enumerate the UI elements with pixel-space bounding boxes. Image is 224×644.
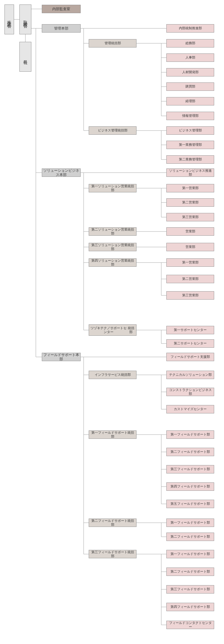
leaf-ops-mgmt1: 第一業務管理部 bbox=[166, 141, 214, 149]
node-admin-hq: 管理本部 bbox=[42, 24, 81, 33]
node-president: 社 長 bbox=[19, 42, 31, 72]
node-shareholders-meeting: 株主総会 bbox=[4, 4, 14, 34]
node-admin-general-div: 管理統括部 bbox=[89, 39, 136, 47]
node-field-support2-div: 第二フィールドサポート統括部 bbox=[89, 519, 136, 527]
leaf-hr-development: 人材開発部 bbox=[166, 68, 214, 76]
node-field-support1-div: 第一フィールドサポート統括部 bbox=[89, 430, 136, 439]
node-infra-service-div: インフラサービス統括部 bbox=[89, 371, 136, 379]
leaf-fs1-1: 第一フィールドサポート部 bbox=[166, 430, 214, 439]
leaf-fs1-2: 第二フィールドサポート部 bbox=[166, 448, 214, 456]
leaf-solution-biz-promo: ソリューションビジネス推進部 bbox=[166, 168, 214, 177]
leaf-purchasing: 購買部 bbox=[166, 82, 214, 91]
leaf-field-support-support: フィールドサポート支援部 bbox=[166, 353, 214, 361]
leaf-biz-mgmt: ビジネス管理部 bbox=[166, 126, 214, 135]
node-board-of-directors: 取締役会 bbox=[19, 4, 31, 34]
leaf-sol4-sales2: 第二営業部 bbox=[166, 275, 214, 283]
leaf-ops-mgmt2: 第二業務管理部 bbox=[166, 155, 214, 164]
leaf-sales1: 第一営業部 bbox=[166, 184, 214, 192]
leaf-general-affairs: 総務部 bbox=[166, 39, 214, 47]
leaf-fs1-5: 第五フィールドサポート部 bbox=[166, 500, 214, 508]
leaf-fs3-3: 第三フィールドサポート部 bbox=[166, 585, 214, 594]
leaf-construction-biz: コンストラクションビジネス部 bbox=[166, 388, 214, 396]
leaf-customize-center: カストマイズセンター bbox=[166, 405, 214, 413]
org-chart: 株主総会 取締役会 社 長 内部監査室 管理本部 ソリューションビジネス本部 フ… bbox=[0, 0, 224, 644]
leaf-fs1-3: 第三フィールドサポート部 bbox=[166, 465, 214, 473]
leaf-sales3: 第三営業部 bbox=[166, 213, 214, 221]
leaf-info-mgmt: 情報管理部 bbox=[166, 112, 214, 120]
leaf-sol2-sales: 営業部 bbox=[166, 227, 214, 236]
node-solution-hq: ソリューションビジネス本部 bbox=[42, 168, 81, 177]
leaf-fs3-2: 第二フィールドサポート部 bbox=[166, 568, 214, 576]
leaf-internal-control-promotion: 内部統制推進部 bbox=[166, 24, 214, 33]
node-internal-audit: 内部監査室 bbox=[42, 5, 81, 13]
tsuzuki-l2: 統括部 bbox=[127, 326, 135, 334]
leaf-fs2-2: 第二フィールドサポート部 bbox=[166, 533, 214, 541]
connector-lines bbox=[0, 0, 224, 644]
leaf-fs2-1: 第一フィールドサポート部 bbox=[166, 519, 214, 527]
node-solution4-div: 第四ソリューション営業統括部 bbox=[89, 258, 136, 267]
node-solution1-div: 第一ソリューション営業統括部 bbox=[89, 184, 136, 192]
leaf-accounting: 経理部 bbox=[166, 97, 214, 105]
node-solution3-div: 第三ソリューション営業統括部 bbox=[89, 243, 136, 251]
leaf-sol4-sales3: 第三営業部 bbox=[166, 291, 214, 300]
leaf-fs3-4: 第四フィールドサポート部 bbox=[166, 603, 214, 611]
leaf-support-center2: 第二サポートセンター bbox=[166, 339, 214, 348]
node-solution2-div: 第二ソリューション営業統括部 bbox=[89, 227, 136, 236]
leaf-sales2: 第二営業部 bbox=[166, 198, 214, 207]
leaf-sol4-sales1: 第一営業部 bbox=[166, 258, 214, 267]
leaf-field-contact-center: フィールドコンタクトセンター bbox=[166, 621, 214, 629]
leaf-fs1-4: 第四フィールドサポート部 bbox=[166, 482, 214, 491]
leaf-tech-solution: テクニカルソリューション部 bbox=[166, 371, 214, 379]
leaf-sol3-sales: 営業部 bbox=[166, 243, 214, 251]
node-biz-admin-div: ビジネス管理統括部 bbox=[89, 126, 136, 135]
leaf-fs3-1: 第一フィールドサポート部 bbox=[166, 550, 214, 558]
node-field-hq: フィールドサポート本部 bbox=[42, 353, 81, 361]
tsuzuki-l1: ツヅキテクノサポートセンター bbox=[90, 326, 127, 334]
node-field-support3-div: 第三フィールドサポート統括部 bbox=[89, 550, 136, 558]
leaf-support-center1: 第一サポートセンター bbox=[166, 326, 214, 334]
leaf-hr: 人事部 bbox=[166, 53, 214, 62]
node-tsuzuki-techno-div: ツヅキテクノサポートセンター 統括部 bbox=[89, 324, 136, 336]
